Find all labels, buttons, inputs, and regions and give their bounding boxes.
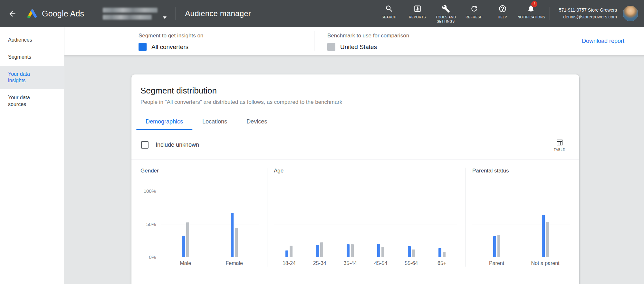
refresh-button[interactable]: REFRESH	[460, 4, 488, 19]
help-label: HELP	[498, 15, 507, 19]
chart-title-parental-status: Parental status	[472, 168, 570, 179]
y-axis-label: 0%	[149, 254, 156, 260]
bar-group-female: Female	[231, 191, 238, 257]
wrench-icon	[442, 5, 450, 13]
category-label: 55-64	[405, 260, 418, 266]
table-button-label: TABLE	[554, 148, 565, 152]
chart-title-divider	[274, 179, 457, 179]
bar-group-55-64: 55-64	[408, 191, 415, 257]
card-title: Segment distribution	[140, 85, 570, 96]
x-axis-line	[161, 257, 259, 257]
notification-badge: !	[531, 1, 537, 7]
include-unknown-checkbox[interactable]	[141, 141, 149, 149]
sidebar-item-your-data-insights[interactable]: Your data insights	[0, 66, 64, 90]
bar-all-converters	[408, 246, 411, 257]
segment-distribution-card: Segment distribution People in "All conv…	[131, 74, 579, 284]
plot-area-age: 18-2425-3435-4445-5455-6465+	[274, 191, 457, 257]
category-label: 45-54	[374, 260, 387, 266]
account-email: dennis@storegrowers.com	[559, 14, 617, 20]
plot-area-parental-status: ParentNot a parent	[472, 191, 570, 257]
benchmark-value: United States	[340, 44, 377, 51]
x-axis-line	[274, 257, 457, 257]
product-name: Google Ads	[42, 9, 84, 18]
chart-title-gender: Gender	[140, 168, 259, 179]
search-label: SEARCH	[382, 15, 397, 19]
account-switcher[interactable]	[103, 8, 167, 20]
bar-united-states	[235, 228, 238, 257]
chart-title-divider	[140, 179, 259, 179]
bar-united-states	[443, 252, 446, 257]
include-unknown-control[interactable]: Include unknown	[141, 141, 199, 149]
content-area: Segment distribution People in "All conv…	[64, 55, 644, 284]
segment-value: All converters	[151, 44, 188, 51]
tab-locations[interactable]: Locations	[193, 113, 237, 130]
account-name-redacted	[103, 8, 158, 20]
bar-all-converters	[231, 213, 234, 257]
include-unknown-label: Include unknown	[156, 142, 199, 148]
avatar[interactable]	[623, 6, 638, 21]
chart-title-divider	[472, 179, 570, 179]
chart-parental-status: Parental statusParentNot a parent	[466, 168, 579, 267]
refresh-label: REFRESH	[466, 15, 483, 19]
category-label: Male	[180, 260, 191, 266]
bar-group-25-34: 25-34	[316, 191, 323, 257]
table-view-button[interactable]: TABLE	[554, 139, 565, 152]
category-label: 18-24	[283, 260, 296, 266]
sidebar-item-segments[interactable]: Segments	[0, 49, 64, 66]
tools-and-settings-label: TOOLS AND SETTINGS	[433, 15, 459, 24]
segment-label: Segment to get insights on	[139, 33, 314, 39]
help-button[interactable]: HELP	[488, 4, 517, 19]
account-info: 571-911-0757 Store Growers dennis@storeg…	[559, 7, 617, 20]
bar-united-states	[186, 222, 189, 257]
bar-united-states	[290, 246, 293, 257]
segment-benchmark-bar: Segment to get insights on All converter…	[64, 27, 644, 55]
plot-area-gender: MaleFemale	[161, 191, 259, 257]
bar-all-converters	[182, 236, 185, 257]
bar-united-states	[320, 242, 323, 257]
google-ads-logo-icon	[26, 8, 38, 19]
bar-united-states	[546, 222, 549, 257]
help-icon	[498, 5, 507, 13]
chart-gender: Gender0%50%100%MaleFemale	[131, 168, 267, 267]
sidebar-item-audiences[interactable]: Audiences	[0, 32, 64, 49]
segment-selector[interactable]: All converters	[139, 43, 314, 51]
search-icon	[385, 5, 393, 13]
category-label: Parent	[489, 260, 504, 266]
benchmark-color-swatch	[327, 43, 335, 51]
tab-demographics[interactable]: Demographics	[136, 113, 193, 130]
bar-united-states	[381, 247, 384, 257]
search-button[interactable]: SEARCH	[375, 4, 403, 19]
topbar-divider	[176, 7, 176, 20]
bar-group-male: Male	[182, 191, 189, 257]
y-axis-label: 50%	[146, 221, 156, 227]
bar-all-converters	[316, 245, 319, 257]
chart-age: Age18-2425-3435-4445-5455-6465+	[267, 168, 466, 267]
account-name: 571-911-0757 Store Growers	[559, 7, 617, 14]
google-ads-logo[interactable]: Google Ads	[26, 8, 84, 19]
topbar: Google Ads Audience manager SEARCH REPOR…	[0, 0, 644, 27]
sidebar-item-your-data-sources[interactable]: Your data sources	[0, 89, 64, 113]
refresh-icon	[470, 5, 478, 13]
tab-devices[interactable]: Devices	[237, 113, 277, 130]
tools-and-settings-button[interactable]: TOOLS AND SETTINGS	[432, 4, 460, 24]
bar-united-states	[497, 235, 500, 257]
bar-all-converters	[493, 236, 496, 257]
benchmark-label: Benchmark to use for comparison	[327, 33, 562, 39]
bar-united-states	[351, 244, 354, 257]
category-label: 65+	[437, 260, 446, 266]
category-label: 25-34	[313, 260, 326, 266]
back-button[interactable]	[5, 6, 20, 21]
notifications-button[interactable]: ! NOTIFICATIONS	[517, 4, 545, 19]
x-axis-line	[472, 257, 570, 257]
benchmark-selector[interactable]: United States	[327, 43, 562, 51]
reports-button[interactable]: REPORTS	[403, 4, 432, 19]
bar-group-not-a-parent: Not a parent	[542, 191, 549, 257]
bar-all-converters	[438, 248, 441, 257]
arrow-back-icon	[8, 9, 17, 18]
bar-group-35-44: 35-44	[347, 191, 354, 257]
segment-color-swatch	[139, 43, 147, 51]
y-axis: 0%50%100%	[140, 191, 161, 257]
download-report-link[interactable]: Download report	[582, 38, 624, 44]
category-label: Female	[226, 260, 243, 266]
download-section: Download report	[562, 31, 644, 51]
